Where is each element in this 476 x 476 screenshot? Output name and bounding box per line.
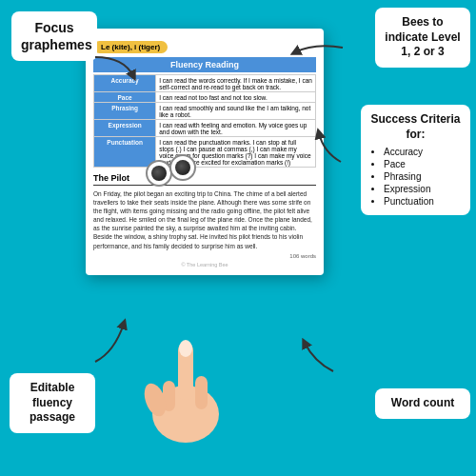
doc-tag: Le (kite), i (tiger) xyxy=(93,41,168,53)
bee-eye-right xyxy=(169,154,196,181)
table-row: Accuracy I can read the words correctly.… xyxy=(94,75,316,92)
word-count: 106 words xyxy=(93,253,316,259)
criteria-accuracy: Accuracy xyxy=(384,146,461,158)
criteria-expression: Expression xyxy=(384,183,461,195)
svg-rect-2 xyxy=(195,376,208,409)
row-text-accuracy: I can read the words correctly. If I mak… xyxy=(156,75,316,92)
row-text-pace: I can read not too fast and not too slow… xyxy=(156,92,316,103)
passage-title: The Pilot xyxy=(93,173,316,186)
row-text-phrasing: I can read smoothly and sound like the I… xyxy=(156,103,316,120)
criteria-phrasing: Phrasing xyxy=(384,170,461,183)
editable-fluency-label: Editable fluency passage xyxy=(10,373,95,433)
bee-eye-left xyxy=(146,160,172,187)
row-label-punctuation: Punctuation xyxy=(94,137,156,168)
success-title: Success Criteria for: xyxy=(370,112,461,142)
passage-text: On Friday, the pilot began an exciting t… xyxy=(93,189,316,250)
row-label-accuracy: Accuracy xyxy=(94,75,156,92)
copyright: © The Learning Bee xyxy=(93,262,316,268)
bees-indicator-label: Bees to indicate Level 1, 2 or 3 xyxy=(375,8,470,68)
criteria-punctuation: Punctuation xyxy=(384,195,461,208)
main-container: Focus graphemes Bees to indicate Level 1… xyxy=(0,0,476,476)
fluency-criteria-table: Accuracy I can read the words correctly.… xyxy=(93,74,316,168)
table-row: Expression I can read with feeling and e… xyxy=(94,120,316,137)
success-criteria-label: Success Criteria for: Accuracy Pace Phra… xyxy=(361,105,470,215)
table-row: Punctuation I can read the punctuation m… xyxy=(94,137,316,168)
table-row: Phrasing I can read smoothly and sound l… xyxy=(94,103,316,120)
row-label-expression: Expression xyxy=(94,120,156,137)
row-label-phrasing: Phrasing xyxy=(94,103,156,120)
row-text-expression: I can read with feeling and emotion. My … xyxy=(156,120,316,137)
word-count-label: Word count xyxy=(375,388,470,419)
svg-point-4 xyxy=(179,340,192,357)
fluency-reading-title: Fluency Reading xyxy=(93,57,316,72)
criteria-pace: Pace xyxy=(384,158,461,170)
success-criteria-list: Accuracy Pace Phrasing Expression Punctu… xyxy=(370,146,461,208)
hand-pointer xyxy=(138,324,233,447)
row-label-pace: Pace xyxy=(94,92,156,103)
table-row: Pace I can read not too fast and not too… xyxy=(94,92,316,103)
fluency-document: Le (kite), i (tiger) Fluency Reading Acc… xyxy=(86,29,324,275)
focus-graphemes-label: Focus graphemes xyxy=(11,11,97,61)
